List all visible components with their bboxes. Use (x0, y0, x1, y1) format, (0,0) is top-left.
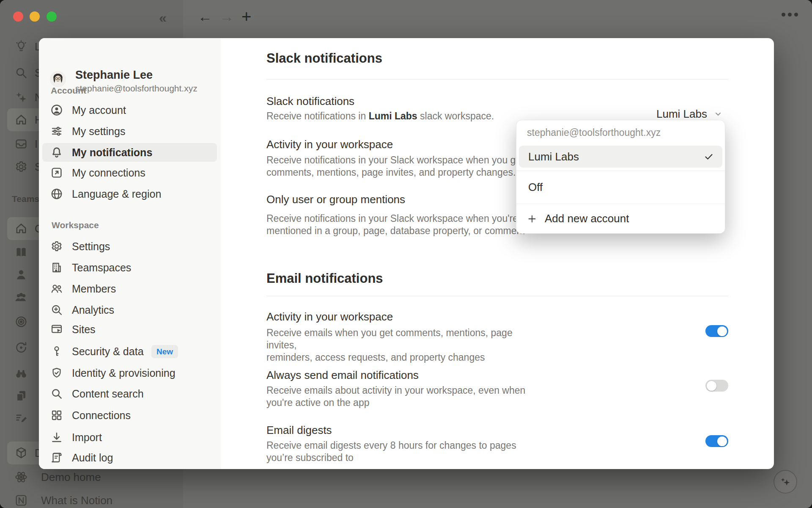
sidebar-item-teamspaces[interactable]: Teamspaces (42, 258, 217, 277)
dropdown-add-new-account[interactable]: Add new account (516, 204, 725, 233)
sidebar-item-settings[interactable]: Settings (42, 237, 217, 256)
sidebar-item-label: Identity & provisioning (72, 367, 176, 379)
sidebar-item-language-region[interactable]: Language & region (42, 185, 217, 203)
dropdown-account-email: stephanie@toolsforthought.xyz (527, 127, 661, 138)
refresh-icon (14, 340, 28, 355)
avatar (50, 71, 66, 87)
sidebar-item-analytics[interactable]: Analytics (42, 301, 217, 319)
person-circle-icon (50, 103, 63, 117)
sidebar-item-my-notifications[interactable]: My notifications (42, 143, 217, 162)
setting-desc-activity-slack: Receive notifications in your Slack work… (266, 154, 529, 179)
notion-n-icon (14, 493, 28, 508)
sidebar-item-label: My settings (72, 125, 125, 138)
setting-desc-email-digests: Receive email digests every 8 hours for … (266, 439, 529, 464)
sidebar-item-my-account[interactable]: My account (42, 101, 217, 119)
grid-icon (50, 409, 63, 422)
user-name: Stephanie Lee (75, 69, 153, 82)
option-label: Lumi Labs (528, 150, 579, 163)
sidebar-item-label: Teamspaces (72, 262, 131, 274)
workspace-section-label: Workspace (52, 220, 99, 230)
setting-desc-always-send: Receive emails about activity in your wo… (266, 384, 529, 409)
setting-title-mentions: Only user or group mentions (266, 193, 405, 206)
key-icon (50, 345, 63, 358)
arrow-up-right-square-icon (50, 166, 63, 179)
forward-icon[interactable]: → (219, 9, 234, 24)
notification-settings-content: Slack notifications Slack notifications … (266, 38, 728, 469)
settings-modal: Account Stephanie Lee stephanie@toolsfor… (39, 38, 774, 469)
gear-icon (50, 240, 63, 253)
sidebar-item-audit-log[interactable]: Audit log (42, 448, 217, 467)
lightbulb-icon (14, 39, 28, 54)
bg-sidebar-item-demo-home[interactable]: Demo home (0, 466, 183, 489)
sidebar-item-label: Analytics (72, 304, 114, 316)
slack-workspace-dropdown: stephanie@toolsforthought.xyz Lumi Labs … (516, 120, 725, 234)
sidebar-item-sites[interactable]: Sites (42, 320, 217, 339)
chevron-down-icon (714, 110, 722, 118)
toggle-always-send[interactable] (705, 380, 728, 392)
sidebar-item-label: Sites (72, 323, 96, 336)
more-options-icon[interactable] (782, 13, 798, 17)
sidebar-item-security-data[interactable]: Security & data New (42, 342, 217, 361)
magnifier-plus-icon (50, 303, 63, 317)
browser-cursor-icon (50, 323, 63, 336)
bg-item-label: I (35, 138, 38, 150)
toggle-knob (717, 436, 727, 446)
divider (266, 296, 728, 296)
toggle-email-digests[interactable] (705, 435, 728, 447)
sidebar-item-connections[interactable]: Connections (42, 406, 217, 425)
sidebar-item-content-search[interactable]: Content search (42, 384, 217, 403)
ai-sparkles-icon (14, 90, 28, 105)
sidebar-item-identity-provisioning[interactable]: Identity & provisioning (42, 364, 217, 382)
sidebar-item-label: My notifications (72, 146, 152, 159)
new-tab-icon[interactable]: + (241, 8, 251, 25)
desc-text: slack workspace. (417, 110, 494, 121)
settings-sidebar: Account Stephanie Lee stephanie@toolsfor… (39, 38, 221, 469)
sidebar-item-my-settings[interactable]: My settings (42, 122, 217, 141)
sidebar-item-label: My connections (72, 167, 145, 179)
option-label: Add new account (545, 212, 629, 225)
bell-icon (50, 146, 63, 159)
sidebar-item-members[interactable]: Members (42, 279, 217, 298)
book-icon (14, 245, 28, 260)
sidebar-item-label: My account (72, 104, 126, 116)
back-icon[interactable]: ← (198, 9, 212, 24)
divider (266, 79, 728, 80)
people-icon (14, 290, 28, 304)
members-icon (50, 282, 63, 295)
gear-icon (14, 160, 28, 174)
toggle-knob (707, 381, 716, 391)
bg-sidebar-item-what-is-notion[interactable]: What is Notion (0, 489, 183, 508)
sidebar-item-import[interactable]: Import (42, 428, 217, 447)
sidebar-item-label: Settings (72, 240, 110, 253)
search-icon (14, 66, 28, 80)
zoom-button[interactable] (47, 11, 57, 22)
workspace-name: Lumi Labs (369, 110, 417, 121)
sidebar-item-label: Members (72, 283, 116, 295)
collapse-sidebar-icon[interactable]: « (159, 10, 167, 26)
user-profile-item[interactable]: Stephanie Lee stephanie@toolsforthought.… (42, 70, 217, 98)
checkmark-icon (704, 152, 714, 162)
import-icon (50, 431, 63, 444)
toggle-activity-email[interactable] (705, 325, 728, 337)
select-value: Lumi Labs (656, 108, 707, 121)
new-badge: New (151, 345, 178, 358)
dropdown-option-lumi-labs[interactable]: Lumi Labs (519, 146, 722, 168)
notion-ai-button[interactable] (774, 470, 797, 494)
building-icon (50, 261, 63, 274)
scroll-icon (50, 451, 63, 464)
bg-item-label: Demo home (41, 471, 101, 484)
search-icon (50, 387, 63, 400)
sidebar-item-label: Content search (72, 388, 144, 400)
setting-desc-mentions: Receive notifications in your Slack work… (266, 213, 529, 237)
setting-desc-slack: Receive notifications in Lumi Labs slack… (266, 110, 529, 122)
setting-title-slack: Slack notifications (266, 95, 354, 108)
sidebar-item-label: Import (72, 431, 102, 444)
setting-title-always-send: Always send email notifications (266, 369, 419, 382)
sidebar-item-my-connections[interactable]: My connections (42, 163, 217, 182)
person-icon (14, 268, 28, 282)
setting-title-activity-slack: Activity in your workspace (266, 138, 393, 151)
minimize-button[interactable] (30, 11, 40, 22)
plus-icon (527, 214, 537, 224)
dropdown-option-off[interactable]: Off (516, 171, 725, 204)
close-button[interactable] (13, 11, 23, 22)
